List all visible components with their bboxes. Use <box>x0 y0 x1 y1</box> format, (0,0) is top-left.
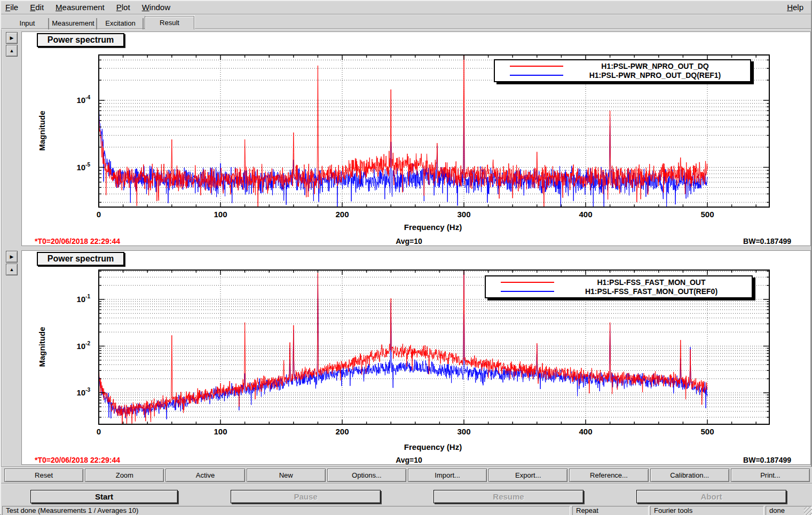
legend-label: H1:PSL-FSS_FAST_MON_OUT <box>554 278 748 287</box>
plot-toolbar: Reset Zoom Active New Options... Import.… <box>1 466 812 484</box>
legend-entry: H1:PSL-PWR_NPRO_OUT_DQ(REF1) <box>498 70 747 80</box>
legend-entry: H1:PSL-FSS_FAST_MON_OUT <box>489 278 748 287</box>
reset-button[interactable]: Reset <box>4 469 83 482</box>
menu-bar: FileEditMeasurementPlotWindow Help <box>1 1 811 15</box>
y-axis-label: Magnitude <box>37 77 48 184</box>
plot-panel-bottom: 010020030040050010-110-210-3 Power spect… <box>21 250 811 465</box>
svg-text:500: 500 <box>700 210 714 219</box>
bw-annotation: BW=0.187499 <box>743 456 791 464</box>
tab-excitation[interactable]: Excitation <box>98 18 144 29</box>
legend-entry: H1:PSL-FSS_FAST_MON_OUT(REF0) <box>489 287 748 296</box>
svg-text:0: 0 <box>97 427 101 436</box>
legend-label: H1:PSL-PWR_NPRO_OUT_DQ <box>563 62 747 70</box>
menu-measurement[interactable]: Measurement <box>56 1 105 14</box>
menu-file[interactable]: File <box>5 1 18 14</box>
svg-text:10-4: 10-4 <box>76 94 90 105</box>
new-button[interactable]: New <box>247 469 326 482</box>
svg-text:200: 200 <box>335 210 349 219</box>
legend-line-blue <box>510 75 563 76</box>
plot-title: Power spectrum <box>37 33 124 47</box>
pause-button[interactable]: Pause <box>231 490 381 503</box>
menu-help[interactable]: Help <box>787 1 803 14</box>
svg-text:0: 0 <box>97 210 101 219</box>
calibration-button[interactable]: Calibration... <box>650 469 729 482</box>
svg-text:300: 300 <box>457 427 470 436</box>
legend-label: H1:PSL-FSS_FAST_MON_OUT(REF0) <box>554 287 748 296</box>
result-pane: ▶ ▲ ▶ ▲ 010020030040050010-410-5 Power s… <box>1 29 812 466</box>
legend-line-red <box>501 282 554 283</box>
tab-bar: Input Measurement Excitation Result <box>1 16 811 29</box>
svg-text:300: 300 <box>457 210 470 219</box>
status-message: Test done (Measurements 1 / Averages 10) <box>2 506 570 515</box>
print-button[interactable]: Print... <box>731 469 810 482</box>
active-button[interactable]: Active <box>165 469 245 482</box>
reference-button[interactable]: Reference... <box>569 469 648 482</box>
avg-annotation: Avg=10 <box>22 237 796 245</box>
menu-plot[interactable]: Plot <box>116 1 130 14</box>
plot-legend[interactable]: H1:PSL-PWR_NPRO_OUT_DQ H1:PSL-PWR_NPRO_O… <box>494 59 751 82</box>
status-mode: Repeat <box>572 506 649 515</box>
resize-grip-icon[interactable] <box>804 507 812 515</box>
measurement-controls: Start Pause Resume Abort <box>1 484 812 505</box>
legend-line-blue <box>501 291 554 292</box>
svg-text:10-5: 10-5 <box>76 162 90 172</box>
svg-text:10-2: 10-2 <box>76 340 90 351</box>
arrow-right-icon[interactable]: ▶ <box>6 32 18 44</box>
plot-title: Power spectrum <box>37 252 124 266</box>
legend-entry: H1:PSL-PWR_NPRO_OUT_DQ <box>498 61 747 70</box>
svg-text:100: 100 <box>214 210 227 219</box>
status-bar: Test done (Measurements 1 / Averages 10)… <box>1 505 812 515</box>
arrow-up-icon[interactable]: ▲ <box>6 264 18 275</box>
plot-panel-top: 010020030040050010-410-5 Power spectrum … <box>21 31 811 246</box>
svg-text:500: 500 <box>700 427 714 436</box>
svg-text:200: 200 <box>335 427 349 436</box>
diaggui-window: FileEditMeasurementPlotWindow Help Input… <box>0 0 812 515</box>
import-button[interactable]: Import... <box>408 469 487 482</box>
export-button[interactable]: Export... <box>488 469 567 482</box>
menu-edit[interactable]: Edit <box>30 1 44 14</box>
resume-button[interactable]: Resume <box>433 490 584 503</box>
y-axis-label: Magnitude <box>37 294 48 400</box>
svg-text:400: 400 <box>579 427 592 436</box>
x-axis-label: Frequency (Hz) <box>70 223 796 232</box>
menu-window[interactable]: Window <box>142 1 170 14</box>
start-button[interactable]: Start <box>30 490 178 503</box>
options-button[interactable]: Options... <box>327 469 406 482</box>
svg-text:400: 400 <box>579 210 592 219</box>
arrow-up-icon[interactable]: ▲ <box>6 45 18 57</box>
tab-result[interactable]: Result <box>145 16 194 29</box>
legend-line-red <box>510 66 563 67</box>
bw-annotation: BW=0.187499 <box>743 237 791 245</box>
svg-text:10-1: 10-1 <box>76 294 90 304</box>
x-axis-label: Frequency (Hz) <box>70 442 796 451</box>
plot-legend[interactable]: H1:PSL-FSS_FAST_MON_OUT H1:PSL-FSS_FAST_… <box>485 275 753 298</box>
status-tool: Fourier tools <box>650 506 764 515</box>
svg-text:10-3: 10-3 <box>76 387 90 397</box>
tab-measurement[interactable]: Measurement <box>50 18 97 29</box>
svg-text:100: 100 <box>214 427 227 436</box>
zoom-button[interactable]: Zoom <box>85 469 164 482</box>
legend-label: H1:PSL-PWR_NPRO_OUT_DQ(REF1) <box>563 71 747 80</box>
tab-input[interactable]: Input <box>6 18 49 29</box>
abort-button[interactable]: Abort <box>636 490 786 503</box>
avg-annotation: Avg=10 <box>22 456 796 464</box>
arrow-right-icon[interactable]: ▶ <box>6 251 18 263</box>
